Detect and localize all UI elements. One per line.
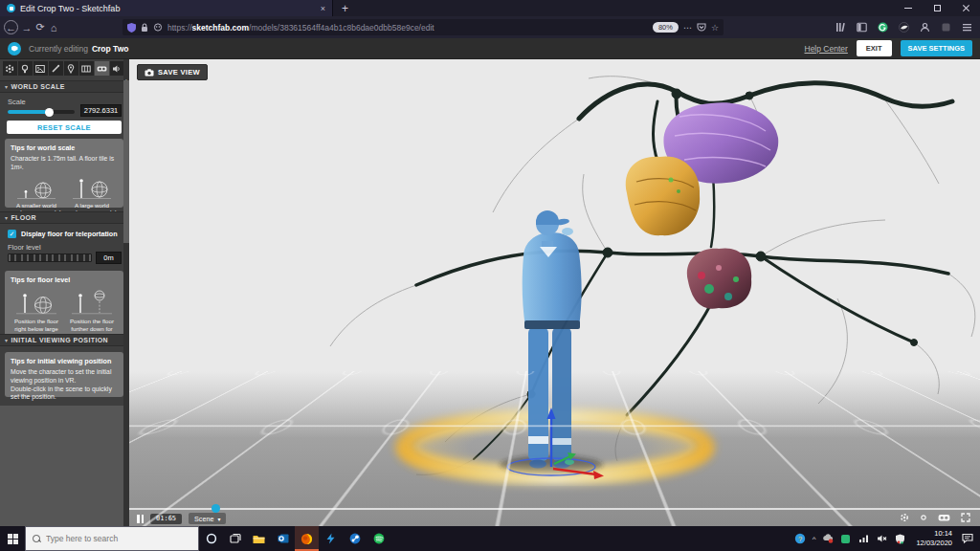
tab-sound[interactable] xyxy=(110,61,124,76)
forward-button[interactable]: → xyxy=(20,22,33,33)
close-button[interactable] xyxy=(951,0,980,16)
sketchfab-favicon-icon xyxy=(7,4,15,12)
onedrive-error-icon[interactable] xyxy=(821,532,834,545)
green-app-tray-icon[interactable] xyxy=(839,532,852,545)
steam-icon xyxy=(349,533,361,544)
network-icon[interactable] xyxy=(858,532,870,545)
defender-icon[interactable] xyxy=(894,532,906,545)
save-view-button[interactable]: SAVE VIEW xyxy=(137,64,208,80)
save-view-label: SAVE VIEW xyxy=(158,68,200,77)
scale-slider[interactable] xyxy=(8,110,75,114)
speaker-icon xyxy=(112,64,122,74)
lock-icon[interactable] xyxy=(141,23,148,33)
display-floor-checkbox[interactable]: ✓ xyxy=(8,230,16,238)
browser-tab[interactable]: Edit Crop Two - Sketchfab × xyxy=(0,0,333,16)
lightning-app-icon xyxy=(325,533,336,544)
reload-button[interactable]: ⟳ xyxy=(33,21,47,33)
firefox-button[interactable] xyxy=(295,526,319,551)
taskbar-clock[interactable]: 10:14 12/03/2020 xyxy=(912,529,956,548)
exit-button[interactable]: EXIT xyxy=(857,40,892,56)
vr-3d-viewport[interactable]: SAVE VIEW 01:65 Scene ▾ xyxy=(129,59,980,526)
minimize-button[interactable] xyxy=(894,0,923,16)
tab-scene-settings[interactable] xyxy=(3,61,17,76)
outlook-button[interactable] xyxy=(271,526,295,551)
pause-button[interactable] xyxy=(137,515,144,523)
lightning-app-button[interactable] xyxy=(319,526,343,551)
page-zoom-badge[interactable]: 80% xyxy=(653,22,679,33)
cortana-button[interactable] xyxy=(199,526,223,551)
extension-swoosh-icon[interactable] xyxy=(899,22,909,33)
tab-vr[interactable] xyxy=(95,61,109,76)
section-world-scale[interactable]: ▾ WORLD SCALE xyxy=(0,80,123,93)
floor-down-illustration-icon xyxy=(69,289,115,316)
fullscreen-icon[interactable] xyxy=(961,513,970,522)
scene-canvas xyxy=(129,59,980,526)
floor-level-value-field[interactable]: 0m xyxy=(96,252,122,264)
browser-tab-bar: Edit Crop Two - Sketchfab × + xyxy=(0,0,980,16)
world-scale-tips: Tips for world scale Character is 1.75m … xyxy=(5,139,123,208)
tab-lighting[interactable] xyxy=(18,61,33,76)
spotify-button[interactable] xyxy=(367,526,390,551)
back-button[interactable]: ← xyxy=(4,20,18,34)
tray-expand-chevron[interactable]: ^ xyxy=(813,535,816,543)
file-explorer-icon xyxy=(253,534,265,544)
file-explorer-button[interactable] xyxy=(247,526,271,551)
floor-level-slider[interactable] xyxy=(8,253,92,262)
sidebar-toggle-icon[interactable] xyxy=(857,22,867,33)
timeline-scrubber[interactable] xyxy=(212,504,220,513)
account-icon[interactable] xyxy=(920,22,930,33)
crop-model-maroon[interactable] xyxy=(687,248,751,308)
viewer-vr-icon[interactable] xyxy=(938,514,950,522)
clock-time: 10:14 xyxy=(916,529,952,539)
sketchfab-logo-icon[interactable] xyxy=(8,42,21,55)
scene-dropdown[interactable]: Scene ▾ xyxy=(189,513,226,524)
pocket-icon[interactable] xyxy=(697,23,706,32)
floor-level-label: Floor level xyxy=(8,243,41,252)
reset-scale-button[interactable]: RESET SCALE xyxy=(7,121,122,134)
image-icon xyxy=(35,64,45,74)
help-center-link[interactable]: Help Center xyxy=(805,44,848,54)
scale-value-field[interactable]: 2792.6331 xyxy=(80,104,122,117)
permissions-icon[interactable] xyxy=(153,23,163,32)
home-button[interactable]: ⌂ xyxy=(47,22,60,33)
small-world-illustration-icon xyxy=(13,177,59,200)
maximize-button[interactable] xyxy=(923,0,951,16)
tab-materials[interactable] xyxy=(33,61,48,76)
section-floor[interactable]: ▾ FLOOR xyxy=(0,211,123,224)
tab-animation[interactable] xyxy=(79,61,94,76)
scale-slider-knob[interactable] xyxy=(45,108,54,117)
playback-controls: 01:65 Scene ▾ xyxy=(137,513,226,524)
page-actions-icon[interactable]: ⋯ xyxy=(683,23,692,33)
search-input[interactable] xyxy=(46,534,180,543)
steam-button[interactable] xyxy=(343,526,367,551)
task-view-button[interactable] xyxy=(223,526,247,551)
save-settings-button[interactable]: SAVE SETTINGS xyxy=(901,40,972,56)
extension-puzzle-icon[interactable] xyxy=(941,22,951,33)
action-center-icon[interactable] xyxy=(962,532,974,545)
timeline-track[interactable] xyxy=(129,508,980,510)
viewer-settings-gear-icon[interactable] xyxy=(900,513,909,522)
tab-annotations[interactable] xyxy=(64,61,78,76)
floor-level-tips: Tips for floor level Position the floor … xyxy=(5,271,123,338)
start-button[interactable] xyxy=(0,526,25,551)
tab-post-processing[interactable] xyxy=(49,61,63,76)
tab-close-icon[interactable]: × xyxy=(321,4,325,13)
viewer-audio-icon[interactable] xyxy=(920,514,927,521)
grammarly-extension-icon[interactable] xyxy=(878,22,888,33)
volume-muted-icon[interactable] xyxy=(876,532,888,545)
editing-prefix-label: Currently editing xyxy=(29,44,88,54)
tracking-shield-icon[interactable] xyxy=(127,23,136,33)
menu-hamburger-icon[interactable] xyxy=(962,22,972,33)
svg-text:?: ? xyxy=(798,535,802,543)
bookmark-star-icon[interactable]: ☆ xyxy=(711,23,719,33)
taskbar-search[interactable] xyxy=(25,526,199,551)
scale-slider-fill xyxy=(8,110,47,114)
library-icon[interactable] xyxy=(835,22,846,33)
windows-logo-icon xyxy=(8,534,18,544)
large-world-illustration-icon xyxy=(69,177,115,200)
section-initial-viewing-position[interactable]: ▾ INITIAL VIEWING POSITION xyxy=(0,334,123,346)
new-tab-button[interactable]: + xyxy=(333,0,357,16)
url-bar[interactable]: https://sketchfab.com/models/38361564ff4… xyxy=(122,19,724,35)
help-tray-icon[interactable]: ? xyxy=(794,532,807,545)
crop-model-gold[interactable] xyxy=(626,156,700,235)
